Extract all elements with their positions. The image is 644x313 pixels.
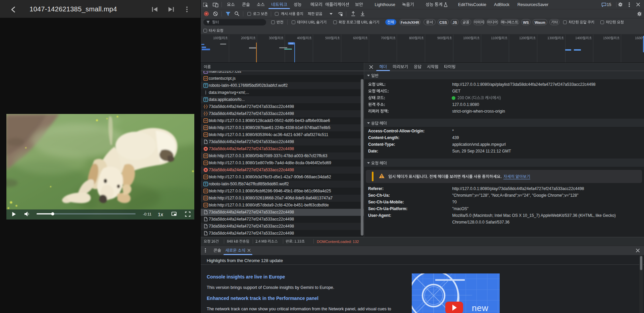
svg-text:-0:11: -0:11	[143, 212, 151, 216]
svg-text:new: new	[472, 303, 488, 313]
svg-text:1x: 1x	[158, 211, 163, 217]
